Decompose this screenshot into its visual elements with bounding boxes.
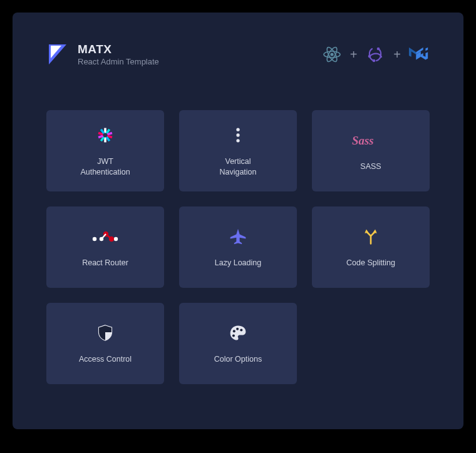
feature-label: Code Splitting — [346, 258, 395, 268]
feature-label: Vertical Navigation — [219, 156, 256, 178]
feature-card-sass[interactable]: Sass SASS — [312, 110, 430, 191]
tech-stack: + + — [321, 44, 430, 65]
feature-label: Access Control — [79, 354, 132, 365]
svg-point-32 — [240, 329, 242, 332]
header: MATX React Admin Template + — [46, 43, 430, 66]
redux-icon — [365, 44, 386, 65]
svg-point-31 — [236, 328, 239, 330]
feature-panel: MATX React Admin Template + — [13, 13, 463, 429]
feature-label: SASS — [360, 161, 381, 172]
feature-card-colors[interactable]: Color Options — [179, 303, 297, 384]
svg-point-2 — [330, 53, 333, 56]
plane-icon — [227, 226, 249, 247]
feature-label: Color Options — [214, 354, 262, 365]
svg-point-6 — [373, 59, 376, 63]
feature-card-access[interactable]: Access Control — [46, 303, 164, 384]
plus-separator: + — [350, 48, 358, 62]
svg-point-33 — [232, 334, 235, 337]
svg-point-20 — [236, 133, 239, 136]
brand-title: MATX — [78, 43, 159, 56]
feature-card-vertical-nav[interactable]: Vertical Navigation — [179, 110, 297, 191]
svg-line-28 — [106, 234, 111, 239]
jwt-icon — [95, 125, 116, 146]
feature-label: React Router — [82, 258, 128, 268]
brand-subtitle: React Admin Template — [78, 57, 159, 66]
feature-label: Lazy Loading — [215, 258, 261, 268]
svg-point-21 — [236, 139, 239, 142]
router-icon — [91, 226, 120, 247]
svg-point-8 — [368, 55, 371, 58]
feature-card-lazy[interactable]: Lazy Loading — [179, 206, 297, 288]
brand-text: MATX React Admin Template — [78, 43, 159, 66]
split-icon — [360, 226, 381, 247]
palette-icon — [227, 322, 249, 344]
shield-icon — [95, 322, 116, 344]
svg-text:Sass: Sass — [352, 134, 374, 147]
mui-icon — [408, 44, 430, 65]
svg-point-19 — [236, 128, 239, 131]
svg-point-7 — [377, 48, 380, 51]
feature-card-split[interactable]: Code Splitting — [312, 206, 430, 288]
svg-rect-10 — [104, 137, 106, 142]
feature-grid: JWT Authentication Vertical Navigation S… — [46, 110, 430, 384]
svg-point-25 — [114, 237, 118, 241]
sass-icon: Sass — [352, 130, 390, 151]
feature-card-router[interactable]: React Router — [46, 206, 164, 288]
svg-point-23 — [93, 237, 96, 241]
brand-block: MATX React Admin Template — [46, 43, 159, 66]
feature-label: JWT Authentication — [80, 156, 130, 178]
vertical-dots-icon — [227, 125, 249, 146]
plus-separator: + — [393, 48, 401, 62]
react-icon — [321, 44, 343, 65]
svg-rect-9 — [104, 128, 106, 133]
feature-card-jwt[interactable]: JWT Authentication — [46, 110, 164, 191]
matx-logo-icon — [46, 43, 69, 66]
svg-point-30 — [233, 330, 235, 332]
